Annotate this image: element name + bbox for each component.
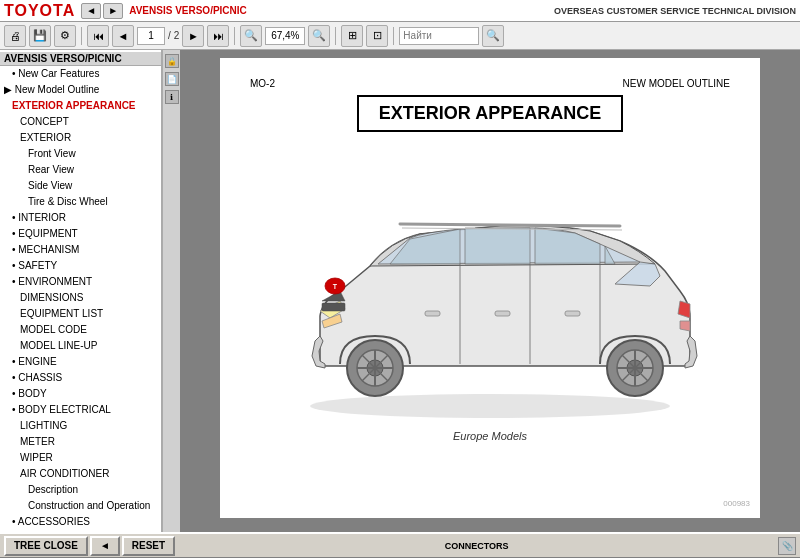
reset-button[interactable]: RESET bbox=[122, 536, 175, 556]
svg-line-21 bbox=[400, 224, 620, 226]
doc-outline-label: NEW MODEL OUTLINE bbox=[623, 78, 730, 89]
svg-text:T: T bbox=[333, 283, 338, 290]
bottom-left: TREE CLOSE ◄ RESET bbox=[4, 536, 175, 556]
tree-item-4[interactable]: EXTERIOR bbox=[0, 130, 161, 146]
fullpage-button[interactable]: ⊡ bbox=[366, 25, 388, 47]
tree-item-22[interactable]: LIGHTING bbox=[0, 418, 161, 434]
zoom-in-button[interactable]: 🔍 bbox=[308, 25, 330, 47]
print-button[interactable]: 🖨 bbox=[4, 25, 26, 47]
tree-item-2[interactable]: EXTERIOR APPEARANCE bbox=[0, 98, 161, 114]
bottom-right-icons: 📎 bbox=[778, 537, 796, 555]
tree-item-25[interactable]: AIR CONDITIONER bbox=[0, 466, 161, 482]
car-illustration: T bbox=[260, 146, 720, 426]
tree-item-10[interactable]: • EQUIPMENT bbox=[0, 226, 161, 242]
search-input[interactable] bbox=[399, 27, 479, 45]
search-button[interactable]: 🔍 bbox=[482, 25, 504, 47]
zoom-input[interactable] bbox=[265, 27, 305, 45]
tree-item-7[interactable]: Side View bbox=[0, 178, 161, 194]
tree-item-26[interactable]: Description bbox=[0, 482, 161, 498]
nav-prev-button[interactable]: ◄ bbox=[112, 25, 134, 47]
tree-item-13[interactable]: • ENVIRONMENT bbox=[0, 274, 161, 290]
toolbar-separator-3 bbox=[335, 27, 336, 45]
page-total: 2 bbox=[174, 30, 180, 41]
nav-last-button[interactable]: ⏭ bbox=[207, 25, 229, 47]
sidebar: AVENSIS VERSO/PICNIC • New Car Features▶… bbox=[0, 50, 162, 532]
info-icon[interactable]: ℹ bbox=[165, 90, 179, 104]
tree-item-19[interactable]: • CHASSIS bbox=[0, 370, 161, 386]
page-input[interactable] bbox=[137, 27, 165, 45]
connectors-label: CONNECTORS bbox=[441, 541, 513, 551]
svg-rect-20 bbox=[565, 311, 580, 316]
toolbar-separator-4 bbox=[393, 27, 394, 45]
tree-item-9[interactable]: • INTERIOR bbox=[0, 210, 161, 226]
tree-item-11[interactable]: • MECHANISM bbox=[0, 242, 161, 258]
nav-forward-button[interactable]: ► bbox=[103, 3, 123, 19]
page-separator: / bbox=[168, 30, 171, 41]
tree-item-23[interactable]: METER bbox=[0, 434, 161, 450]
tree-item-14[interactable]: DIMENSIONS bbox=[0, 290, 161, 306]
doc-img-num: 000983 bbox=[723, 499, 750, 508]
toolbar-separator-2 bbox=[234, 27, 235, 45]
toyota-logo: TOYOTA bbox=[4, 2, 75, 20]
toolbar: 🖨 💾 ⚙ ⏮ ◄ / 2 ► ⏭ 🔍 🔍 ⊞ ⊡ 🔍 bbox=[0, 22, 800, 50]
tree-container: • New Car Features▶ New Model OutlineEXT… bbox=[0, 66, 161, 532]
nav-back-button[interactable]: ◄ bbox=[81, 3, 101, 19]
bottombar: TREE CLOSE ◄ RESET CONNECTORS 📎 bbox=[0, 532, 800, 558]
tree-item-6[interactable]: Rear View bbox=[0, 162, 161, 178]
tree-item-21[interactable]: • BODY ELECTRICAL bbox=[0, 402, 161, 418]
division-label: OVERSEAS CUSTOMER SERVICE TECHNICAL DIVI… bbox=[554, 6, 796, 16]
tree-item-29[interactable]: • APPENDIX bbox=[0, 530, 161, 532]
settings-button[interactable]: ⚙ bbox=[54, 25, 76, 47]
sidebar-title: AVENSIS VERSO/PICNIC bbox=[0, 52, 161, 66]
doc-caption: Europe Models bbox=[250, 430, 730, 442]
page-icon[interactable]: 📄 bbox=[165, 72, 179, 86]
tree-item-27[interactable]: Construction and Operation bbox=[0, 498, 161, 514]
tree-item-20[interactable]: • BODY bbox=[0, 386, 161, 402]
svg-point-0 bbox=[310, 394, 670, 418]
tree-item-0[interactable]: • New Car Features bbox=[0, 66, 161, 82]
document-content[interactable]: MO-2 NEW MODEL OUTLINE EXTERIOR APPEARAN… bbox=[180, 50, 800, 532]
tree-item-15[interactable]: EQUIPMENT LIST bbox=[0, 306, 161, 322]
doc-title-wrapper: EXTERIOR APPEARANCE bbox=[250, 91, 730, 136]
tree-item-28[interactable]: • ACCESSORIES bbox=[0, 514, 161, 530]
nav-next-button[interactable]: ► bbox=[182, 25, 204, 47]
right-icons-panel: 🔒 📄 ℹ bbox=[162, 50, 180, 532]
tree-item-12[interactable]: • SAFETY bbox=[0, 258, 161, 274]
nav-first-button[interactable]: ⏮ bbox=[87, 25, 109, 47]
tree-item-1[interactable]: ▶ New Model Outline bbox=[0, 82, 161, 98]
svg-rect-19 bbox=[495, 311, 510, 316]
save-button[interactable]: 💾 bbox=[29, 25, 51, 47]
nav-arrows: ◄ ► bbox=[81, 3, 123, 19]
main-area: AVENSIS VERSO/PICNIC • New Car Features▶… bbox=[0, 50, 800, 532]
header: TOYOTA ◄ ► AVENSIS VERSO/PICNIC OVERSEAS… bbox=[0, 0, 800, 22]
tree-item-16[interactable]: MODEL CODE bbox=[0, 322, 161, 338]
doc-mo-label: MO-2 bbox=[250, 78, 275, 89]
tree-close-button[interactable]: TREE CLOSE bbox=[4, 536, 88, 556]
tree-item-24[interactable]: WIPER bbox=[0, 450, 161, 466]
lock-icon[interactable]: 🔒 bbox=[165, 54, 179, 68]
toolbar-separator-1 bbox=[81, 27, 82, 45]
tree-item-3[interactable]: CONCEPT bbox=[0, 114, 161, 130]
doc-title: EXTERIOR APPEARANCE bbox=[357, 95, 623, 132]
header-left: TOYOTA ◄ ► AVENSIS VERSO/PICNIC bbox=[4, 2, 247, 20]
tree-item-8[interactable]: Tire & Disc Wheel bbox=[0, 194, 161, 210]
fit-button[interactable]: ⊞ bbox=[341, 25, 363, 47]
document-page: MO-2 NEW MODEL OUTLINE EXTERIOR APPEARAN… bbox=[220, 58, 760, 518]
svg-rect-18 bbox=[425, 311, 440, 316]
tree-item-17[interactable]: MODEL LINE-UP bbox=[0, 338, 161, 354]
svg-rect-23 bbox=[322, 303, 345, 311]
zoom-out-button[interactable]: 🔍 bbox=[240, 25, 262, 47]
back-button[interactable]: ◄ bbox=[90, 536, 120, 556]
paperclip-icon[interactable]: 📎 bbox=[778, 537, 796, 555]
app-subtitle: AVENSIS VERSO/PICNIC bbox=[129, 5, 247, 16]
tree-item-18[interactable]: • ENGINE bbox=[0, 354, 161, 370]
tree-item-5[interactable]: Front View bbox=[0, 146, 161, 162]
